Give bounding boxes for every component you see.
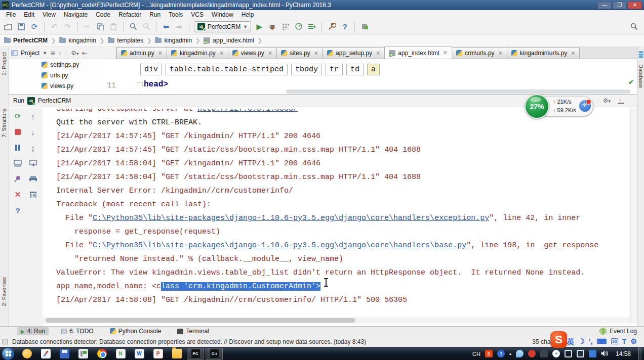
close-icon[interactable]: ✕	[158, 50, 163, 57]
panel-settings-gear-icon[interactable]: ⚙▾	[71, 50, 78, 57]
tag-chip-table[interactable]: table.table.table-striped	[166, 64, 288, 75]
taskbar-cmd-icon[interactable]: C:\	[206, 348, 223, 360]
back-icon[interactable]: ⬅	[161, 22, 171, 32]
ime-skin-icon[interactable]: T	[622, 337, 627, 345]
scrollbar-thumb[interactable]	[46, 318, 355, 323]
tab-app-setup-py[interactable]: app_setup.py✕	[323, 47, 385, 59]
network-speed-widget[interactable]: 27% ↑ 21K/s ↓ 59.2K/s	[525, 94, 593, 119]
taskbar-chrome-icon[interactable]	[93, 348, 110, 360]
help-icon[interactable]: ?	[340, 22, 350, 32]
background-tasks-icon[interactable]	[3, 339, 8, 344]
settings-wrench-icon[interactable]	[327, 22, 337, 32]
up-stack-trace-icon[interactable]: ↑	[27, 111, 38, 122]
close-icon[interactable]: ✕	[571, 50, 575, 57]
close-icon[interactable]: ✕	[219, 50, 224, 57]
tray-sogou-icon[interactable]: S	[485, 350, 493, 357]
copy-icon[interactable]	[95, 22, 105, 32]
console-output[interactable]: Starting development server at http://12…	[43, 108, 630, 310]
breadcrumb-project[interactable]: PerfectCRM	[4, 37, 48, 44]
menu-tools[interactable]: Tools	[165, 10, 187, 19]
menu-run[interactable]: Run	[145, 10, 165, 19]
tree-item-settings[interactable]: settings.py	[9, 59, 104, 70]
debug-icon[interactable]	[267, 22, 277, 32]
tool-tab-python-console[interactable]: Python Console	[106, 327, 165, 335]
menu-navigate[interactable]: Navigate	[60, 10, 92, 19]
install-plugin-icon[interactable]	[359, 22, 370, 32]
tag-chip-a[interactable]: a	[367, 64, 380, 75]
tray-record-icon[interactable]	[528, 350, 536, 357]
console-horizontal-scrollbar[interactable]	[43, 317, 630, 324]
close-panel-icon[interactable]: ✕	[12, 189, 23, 200]
ime-style-icon[interactable]: 30	[611, 338, 618, 344]
taskbar-explorer-icon[interactable]	[168, 348, 185, 360]
console-link[interactable]: http://127.0.0.1:8000/	[197, 109, 298, 116]
run-configuration-select[interactable]: dj PerfectCRM ▼	[194, 21, 251, 32]
taskbar-clock[interactable]: 14:58	[616, 350, 631, 357]
tree-item-views[interactable]: views.py	[9, 80, 104, 91]
taskbar-pycharm-icon[interactable]: PC	[187, 348, 204, 360]
tab-views-py[interactable]: views.py✕	[228, 47, 277, 59]
ime-punctuation-icon[interactable]: ’,	[589, 337, 593, 345]
hide-panel-icon[interactable]	[618, 98, 624, 104]
close-button[interactable]: ✕	[628, 2, 642, 9]
menu-code[interactable]: Code	[92, 10, 114, 19]
ime-fullwidth-icon[interactable]: ☽	[578, 337, 585, 345]
editor-horizontal-scrollbar[interactable]	[286, 89, 630, 94]
editor-area[interactable]: div table.table.table-striped tbody tr t…	[104, 59, 637, 94]
sogou-ime-logo[interactable]: S	[550, 331, 567, 348]
pin-icon[interactable]	[12, 173, 23, 185]
tray-360-safe-icon[interactable]: +	[552, 350, 560, 357]
save-icon[interactable]	[16, 22, 26, 32]
scroll-to-end-icon[interactable]	[27, 158, 38, 169]
coverage-icon[interactable]	[280, 22, 291, 32]
tray-dict-icon[interactable]	[589, 350, 596, 357]
accelerate-button[interactable]	[579, 100, 591, 112]
tab-crm-urls-py[interactable]: crm\urls.py✕	[452, 47, 507, 59]
volume-icon[interactable]	[601, 350, 608, 357]
status-message[interactable]: Database connections detector: Database …	[12, 338, 366, 345]
menu-vcs[interactable]: VCS	[187, 10, 208, 19]
clear-all-icon[interactable]	[27, 189, 38, 200]
tray-network-icon[interactable]	[577, 350, 584, 357]
close-icon[interactable]: ✕	[376, 50, 380, 57]
soft-wrap-icon[interactable]: ↨	[27, 142, 38, 153]
project-panel-title[interactable]: Project	[21, 50, 39, 57]
taskbar-word-icon[interactable]: W	[131, 348, 148, 360]
profile-icon[interactable]	[294, 22, 304, 32]
show-desktop-button[interactable]	[638, 347, 642, 360]
fold-marker-icon[interactable]	[137, 82, 143, 89]
tag-chip-tr[interactable]: tr	[326, 64, 343, 75]
taskbar-floppy-icon[interactable]	[56, 348, 73, 360]
cut-icon[interactable]: ✂	[82, 22, 92, 32]
tab-app-index-html[interactable]: app_index.html✕	[384, 47, 452, 59]
console-link[interactable]: C:\Python35\lib\site-packages\django-1.1…	[93, 214, 489, 222]
tool-tab-run[interactable]: ▶4: Run	[17, 327, 49, 335]
code-line[interactable]: head>	[144, 80, 168, 89]
menu-refactor[interactable]: Refactor	[114, 10, 145, 19]
tab-kingadmin-py[interactable]: kingadmin.py✕	[167, 47, 228, 59]
ime-toolbox-icon[interactable]: ⚙	[630, 337, 637, 345]
sync-icon[interactable]: ⟳	[29, 22, 39, 32]
tag-chip-div[interactable]: div	[140, 64, 162, 75]
taskbar-key-icon[interactable]	[74, 348, 92, 360]
ime-keyboard-icon[interactable]: ⌨	[596, 337, 607, 345]
breadcrumb-file[interactable]: app_index.html	[204, 37, 254, 44]
close-icon[interactable]: ✕	[498, 50, 503, 57]
ime-language-toggle[interactable]: 英	[567, 336, 574, 346]
tab-admin-py[interactable]: admin.py✕	[116, 47, 167, 59]
tray-expand-icon[interactable]: ▴	[509, 351, 511, 356]
taskbar-360-icon[interactable]	[18, 348, 35, 360]
close-icon[interactable]: ✕	[443, 50, 448, 56]
menu-edit[interactable]: Edit	[20, 10, 38, 19]
tool-tab-terminal[interactable]: Terminal	[174, 327, 212, 335]
replace-icon[interactable]	[141, 22, 151, 32]
tag-chip-tbody[interactable]: tbody	[291, 64, 322, 75]
tree-item-urls[interactable]: urls.py	[9, 70, 104, 80]
tray-windows-icon[interactable]	[565, 350, 572, 357]
menu-view[interactable]: View	[38, 10, 60, 19]
help-icon[interactable]: ?	[12, 205, 23, 216]
tray-language[interactable]: CH	[472, 351, 480, 357]
print-icon[interactable]	[27, 173, 38, 185]
forward-icon[interactable]: ➡	[174, 22, 184, 32]
run-with-coverage-icon[interactable]	[307, 22, 317, 32]
